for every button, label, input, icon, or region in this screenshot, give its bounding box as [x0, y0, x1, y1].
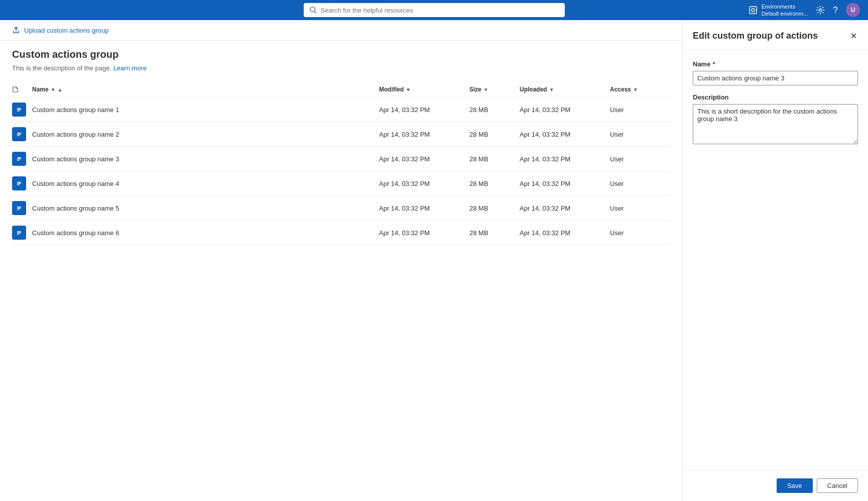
environment-info[interactable]: Environments Default environm...: [749, 3, 808, 18]
row-icon-cell: [12, 176, 32, 190]
row-icon-cell: [12, 201, 32, 215]
row-access: User: [610, 205, 670, 212]
row-size: 28 MB: [469, 131, 520, 138]
col-access-label: Access: [610, 86, 631, 93]
top-nav: Environments Default environm... ? U: [0, 0, 868, 20]
save-button[interactable]: Save: [777, 478, 813, 493]
svg-rect-19: [17, 183, 21, 184]
description-label: Description: [693, 93, 858, 101]
table-row[interactable]: Custom actions group name 5 Apr 14, 03:3…: [12, 196, 670, 221]
svg-rect-18: [17, 182, 21, 183]
search-input[interactable]: [321, 7, 559, 14]
upload-icon: [12, 26, 20, 34]
nav-right: Environments Default environm... ? U: [749, 3, 860, 18]
search-container: [304, 3, 565, 17]
svg-point-4: [819, 9, 821, 12]
svg-rect-22: [17, 207, 21, 208]
search-box[interactable]: [304, 3, 565, 17]
row-icon: [12, 127, 26, 141]
row-modified: Apr 14, 03:32 PM: [379, 106, 469, 114]
col-header-uploaded[interactable]: Uploaded ▼: [520, 86, 610, 93]
row-size: 28 MB: [469, 180, 520, 187]
avatar[interactable]: U: [846, 3, 860, 17]
row-icon: [12, 103, 26, 117]
row-name: Custom actions group name 5: [32, 205, 379, 212]
svg-point-3: [752, 9, 755, 12]
svg-rect-24: [17, 209, 20, 210]
panel-body: Name * Description: [683, 50, 868, 470]
row-access: User: [610, 155, 670, 163]
col-header-access[interactable]: Access ▼: [610, 86, 670, 93]
svg-rect-10: [17, 133, 21, 134]
row-name: Custom actions group name 6: [32, 229, 379, 237]
svg-rect-2: [750, 7, 757, 14]
col-header-name[interactable]: Name ▼ ▲: [32, 86, 379, 93]
svg-rect-15: [17, 159, 21, 160]
svg-rect-27: [17, 233, 21, 234]
row-icon: [12, 176, 26, 190]
svg-rect-6: [17, 108, 21, 109]
files-table: Name ▼ ▲ Modified ▼ Size ▼ Uploaded ▼: [12, 82, 670, 245]
row-size: 28 MB: [469, 229, 520, 237]
row-icon: [12, 201, 26, 215]
sort-down-icon: ▼: [51, 87, 56, 92]
file-icon: [12, 86, 19, 93]
table-row[interactable]: Custom actions group name 6 Apr 14, 03:3…: [12, 221, 670, 245]
search-icon: [310, 7, 317, 14]
svg-rect-16: [17, 160, 20, 161]
svg-rect-20: [17, 184, 20, 185]
modified-sort-icon: ▼: [406, 87, 411, 92]
row-icon: [12, 226, 26, 240]
row-modified: Apr 14, 03:32 PM: [379, 229, 469, 237]
description-textarea[interactable]: [693, 104, 858, 144]
row-uploaded: Apr 14, 03:32 PM: [520, 180, 610, 187]
col-header-size[interactable]: Size ▼: [469, 86, 520, 93]
svg-rect-23: [17, 208, 21, 209]
sort-up-icon: ▲: [58, 87, 63, 92]
environment-name: Default environm...: [762, 10, 808, 17]
row-name: Custom actions group name 2: [32, 131, 379, 138]
row-modified: Apr 14, 03:32 PM: [379, 205, 469, 212]
svg-line-1: [314, 11, 316, 13]
row-uploaded: Apr 14, 03:32 PM: [520, 106, 610, 114]
row-icon-cell: [12, 226, 32, 240]
row-size: 28 MB: [469, 155, 520, 163]
environment-text: Environments Default environm...: [762, 3, 808, 18]
panel-header: Edit custom group of actions ✕: [683, 20, 868, 50]
description-form-group: Description: [693, 93, 858, 146]
close-icon[interactable]: ✕: [849, 30, 858, 42]
uploaded-sort-icon: ▼: [549, 87, 554, 92]
side-panel: Edit custom group of actions ✕ Name * De…: [682, 20, 868, 501]
col-header-modified[interactable]: Modified ▼: [379, 86, 469, 93]
row-icon-cell: [12, 152, 32, 166]
name-label: Name *: [693, 60, 858, 68]
row-icon-cell: [12, 127, 32, 141]
row-uploaded: Apr 14, 03:32 PM: [520, 229, 610, 237]
row-size: 28 MB: [469, 205, 520, 212]
description-text: This is the description of the page.: [12, 64, 111, 72]
settings-icon[interactable]: [816, 6, 825, 15]
row-modified: Apr 14, 03:32 PM: [379, 131, 469, 138]
table-row[interactable]: Custom actions group name 1 Apr 14, 03:3…: [12, 97, 670, 122]
table-row[interactable]: Custom actions group name 3 Apr 14, 03:3…: [12, 147, 670, 171]
environment-icon: [749, 6, 758, 15]
help-icon[interactable]: ?: [833, 5, 838, 16]
learn-more-link[interactable]: Learn more: [113, 64, 147, 72]
svg-rect-26: [17, 231, 21, 232]
table-row[interactable]: Custom actions group name 4 Apr 14, 03:3…: [12, 171, 670, 196]
cancel-button[interactable]: Cancel: [817, 478, 858, 493]
table-row[interactable]: Custom actions group name 2 Apr 14, 03:3…: [12, 122, 670, 147]
upload-bar[interactable]: Upload custom actions group: [0, 20, 682, 41]
name-input[interactable]: [693, 71, 858, 85]
name-form-group: Name *: [693, 60, 858, 85]
row-name: Custom actions group name 1: [32, 106, 379, 114]
row-modified: Apr 14, 03:32 PM: [379, 180, 469, 187]
page-title: Custom actions group: [12, 49, 670, 60]
svg-rect-7: [17, 110, 21, 111]
row-uploaded: Apr 14, 03:32 PM: [520, 155, 610, 163]
row-icon: [12, 152, 26, 166]
page-description: This is the description of the page. Lea…: [12, 64, 670, 72]
panel-footer: Save Cancel: [683, 470, 868, 501]
svg-rect-28: [17, 234, 20, 235]
panel-title: Edit custom group of actions: [693, 30, 845, 42]
